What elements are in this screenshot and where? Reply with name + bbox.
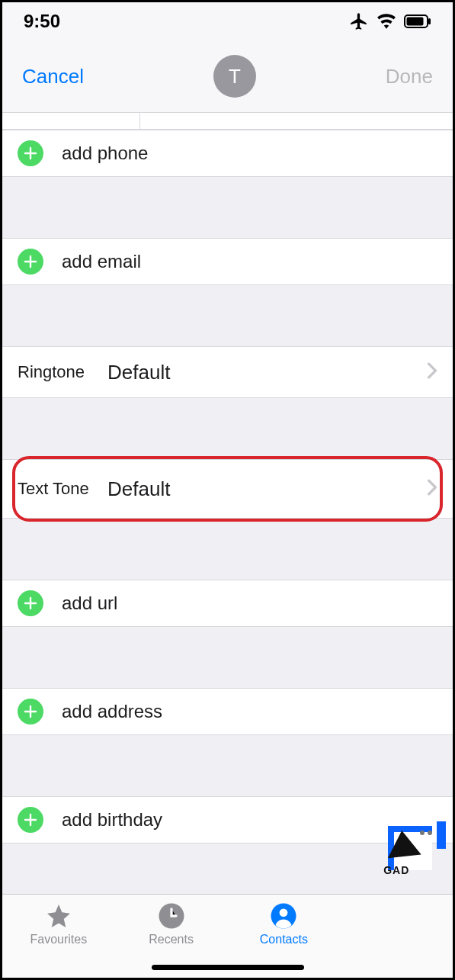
cancel-button[interactable]: Cancel [22, 65, 84, 88]
plus-icon [18, 140, 43, 166]
field-divider [139, 113, 140, 130]
home-indicator[interactable] [152, 965, 304, 970]
status-bar: 9:50 [2, 2, 453, 40]
contact-avatar[interactable]: T [213, 55, 256, 98]
plus-icon [18, 807, 43, 833]
tab-label: Favourites [30, 933, 88, 946]
add-url-label: add url [62, 593, 117, 614]
add-url-row[interactable]: add url [2, 580, 453, 627]
done-button[interactable]: Done [386, 65, 433, 88]
star-icon [44, 902, 73, 930]
status-time: 9:50 [24, 11, 60, 32]
wifi-icon [376, 14, 396, 29]
watermark-overlay: GAD [383, 821, 446, 876]
add-email-row[interactable]: add email [2, 238, 453, 285]
ringtone-label: Ringtone [18, 362, 103, 382]
ringtone-row[interactable]: Ringtone Default [2, 346, 453, 398]
add-address-label: add address [62, 701, 162, 722]
chevron-right-icon [427, 479, 437, 499]
svg-point-5 [280, 908, 288, 917]
plus-icon [18, 590, 43, 616]
svg-rect-2 [428, 18, 431, 24]
battery-icon [404, 14, 431, 28]
nav-bar: Cancel T Done [2, 40, 453, 113]
person-circle-icon [270, 902, 297, 930]
add-address-row[interactable]: add address [2, 688, 453, 735]
text-tone-label: Text Tone [18, 479, 103, 499]
avatar-initial: T [229, 65, 241, 88]
watermark-text: GAD [383, 864, 409, 876]
add-birthday-label: add birthday [62, 809, 162, 831]
status-right [349, 11, 431, 31]
airplane-mode-icon [349, 11, 369, 31]
plus-icon [18, 699, 43, 725]
tab-contacts[interactable]: Contacts [234, 902, 333, 946]
chevron-right-icon [427, 362, 437, 382]
tab-bar: Favourites Recents Contacts GAD [2, 894, 453, 978]
name-fields-bottom-strip [2, 113, 453, 130]
tab-favourites[interactable]: Favourites [9, 902, 108, 946]
add-phone-row[interactable]: add phone [2, 130, 453, 177]
text-tone-value: Default [107, 477, 170, 501]
tab-label: Contacts [260, 933, 308, 946]
tab-label: Recents [149, 933, 194, 946]
ringtone-value: Default [107, 361, 170, 384]
add-phone-label: add phone [62, 143, 148, 164]
plus-icon [18, 249, 43, 275]
add-email-label: add email [62, 251, 141, 272]
svg-rect-1 [407, 18, 424, 26]
clock-icon [158, 902, 185, 930]
text-tone-row[interactable]: Text Tone Default [2, 459, 453, 519]
tab-recents[interactable]: Recents [122, 902, 221, 946]
